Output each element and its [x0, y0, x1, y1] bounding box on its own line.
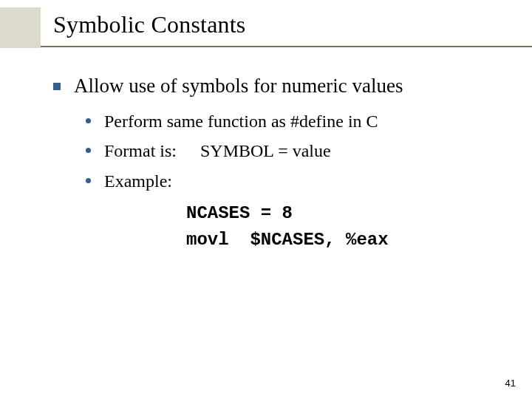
title-area: Symbolic Constants — [53, 11, 246, 38]
sub-bullet-text: Perform same function as #define in C — [104, 109, 378, 133]
bullet-text: Allow use of symbols for numeric values — [74, 74, 403, 99]
sub-list: Perform same function as #define in C Fo… — [86, 109, 504, 193]
code-line: movl $NCASES, %eax — [186, 230, 389, 250]
bullet-row: Allow use of symbols for numeric values — [53, 74, 504, 99]
code-line: NCASES = 8 — [186, 203, 293, 223]
title-underline — [0, 46, 532, 47]
format-value: SYMBOL = value — [200, 141, 331, 160]
dot-bullet-icon — [86, 148, 91, 153]
square-bullet-icon — [53, 83, 61, 90]
code-example: NCASES = 8 movl $NCASES, %eax — [186, 200, 504, 253]
sub-bullet-row: Format is:SYMBOL = value — [86, 139, 504, 163]
decorative-corner — [0, 7, 41, 48]
slide-title: Symbolic Constants — [53, 11, 246, 38]
sub-bullet-text: Example: — [104, 169, 200, 193]
format-label: Format is: — [104, 139, 200, 163]
slide-body: Allow use of symbols for numeric values … — [53, 74, 504, 253]
sub-bullet-text: Format is:SYMBOL = value — [104, 139, 331, 163]
sub-bullet-row: Example: — [86, 169, 504, 193]
sub-bullet-row: Perform same function as #define in C — [86, 109, 504, 133]
dot-bullet-icon — [86, 118, 91, 123]
dot-bullet-icon — [86, 178, 91, 183]
example-label: Example: — [104, 169, 200, 193]
page-number: 41 — [505, 378, 516, 389]
